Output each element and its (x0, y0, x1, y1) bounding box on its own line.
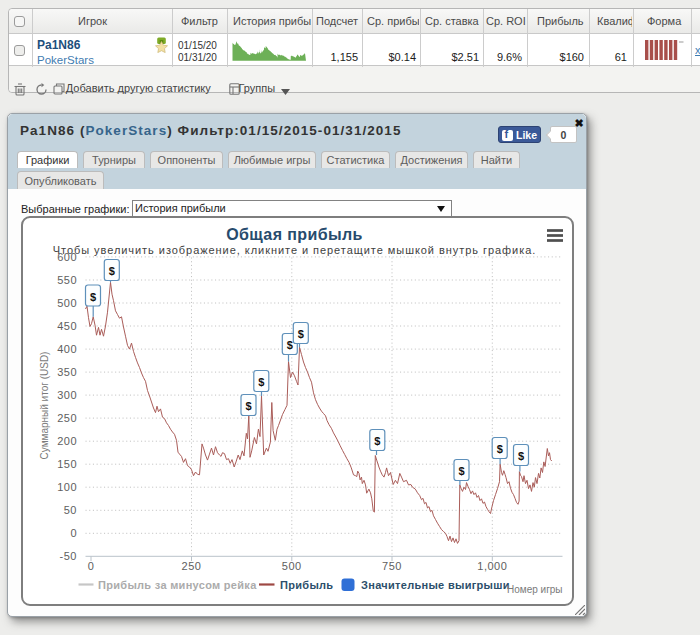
svg-text:300: 300 (57, 388, 77, 400)
svg-text:500: 500 (281, 560, 301, 572)
svg-text:400: 400 (57, 342, 77, 354)
svg-text:350: 350 (57, 365, 77, 377)
svg-text:$: $ (496, 443, 502, 455)
svg-text:0: 0 (87, 560, 94, 572)
svg-text:450: 450 (57, 319, 77, 331)
svg-text:-50: -50 (59, 550, 76, 562)
svg-text:$: $ (297, 328, 303, 340)
svg-text:Общая прибыль: Общая прибыль (226, 225, 363, 242)
svg-text:$: $ (245, 400, 251, 412)
svg-text:$: $ (458, 465, 464, 477)
svg-text:$: $ (286, 339, 292, 351)
svg-text:Номер игры: Номер игры (507, 583, 563, 594)
svg-text:$: $ (89, 290, 95, 302)
svg-text:1,000: 1,000 (477, 560, 507, 572)
svg-text:Суммарный итог (USD): Суммарный итог (USD) (39, 351, 50, 459)
svg-text:200: 200 (57, 435, 77, 447)
svg-text:Прибыль за минусом рейка: Прибыль за минусом рейка (98, 578, 257, 590)
svg-text:Значительные выигрыши: Значительные выигрыши (361, 578, 510, 590)
svg-text:Прибыль: Прибыль (280, 578, 333, 590)
svg-text:500: 500 (57, 296, 77, 308)
svg-text:750: 750 (382, 560, 402, 572)
svg-text:$: $ (517, 450, 523, 462)
svg-text:550: 550 (57, 273, 77, 285)
svg-text:0: 0 (70, 527, 77, 539)
svg-text:$: $ (258, 376, 264, 388)
svg-text:$: $ (374, 435, 380, 447)
svg-text:100: 100 (57, 481, 77, 493)
svg-text:$: $ (108, 265, 114, 277)
svg-text:250: 250 (181, 560, 201, 572)
svg-text:250: 250 (57, 411, 77, 423)
svg-text:150: 150 (57, 458, 77, 470)
svg-text:50: 50 (63, 504, 76, 516)
svg-text:Чтобы увеличить изображение, к: Чтобы увеличить изображение, кликните и … (52, 244, 536, 256)
